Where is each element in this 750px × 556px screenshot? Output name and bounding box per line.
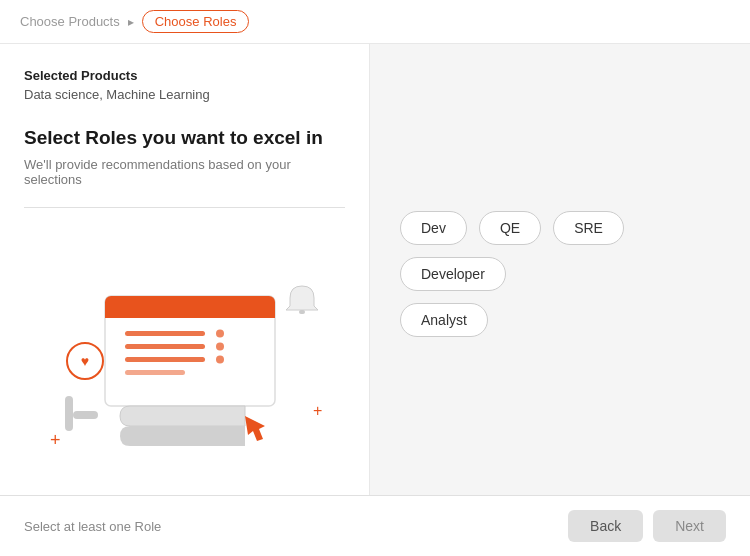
svg-text:+: + (313, 402, 322, 419)
svg-rect-8 (125, 357, 205, 362)
svg-rect-4 (125, 331, 205, 336)
roles-row-1: Dev QE SRE Developer (400, 211, 720, 291)
illustration-svg: ♥ + + (35, 241, 335, 461)
svg-rect-18 (73, 411, 98, 419)
illustration: ♥ + + (24, 228, 345, 475)
roles-area: Dev QE SRE Developer Analyst (370, 44, 750, 495)
svg-rect-10 (125, 370, 185, 375)
role-chip-qe[interactable]: QE (479, 211, 541, 245)
left-panel: Selected Products Data science, Machine … (0, 44, 370, 495)
back-button[interactable]: Back (568, 510, 643, 542)
main-content: Selected Products Data science, Machine … (0, 44, 750, 495)
breadcrumb-step1: Choose Products (20, 14, 120, 29)
role-chip-analyst[interactable]: Analyst (400, 303, 488, 337)
section-title: Select Roles you want to excel in (24, 126, 345, 151)
section-subtitle: We'll provide recommendations based on y… (24, 157, 345, 187)
breadcrumb-step2: Choose Roles (142, 10, 250, 33)
right-panel: Dev QE SRE Developer Analyst (370, 44, 750, 495)
role-chip-developer[interactable]: Developer (400, 257, 506, 291)
selected-products-value: Data science, Machine Learning (24, 87, 345, 102)
breadcrumb-nav: Choose Products ▸ Choose Roles (0, 0, 750, 44)
roles-row-2: Analyst (400, 303, 720, 337)
svg-marker-14 (245, 416, 265, 441)
role-chip-dev[interactable]: Dev (400, 211, 467, 245)
selected-products-label: Selected Products (24, 68, 345, 83)
breadcrumb-arrow-icon: ▸ (128, 15, 134, 29)
svg-rect-2 (105, 307, 275, 318)
footer-hint: Select at least one Role (24, 519, 161, 534)
svg-point-9 (216, 356, 224, 364)
next-button[interactable]: Next (653, 510, 726, 542)
footer-buttons: Back Next (568, 510, 726, 542)
svg-rect-11 (299, 310, 305, 314)
footer: Select at least one Role Back Next (0, 495, 750, 556)
svg-rect-17 (65, 396, 73, 431)
role-chip-sre[interactable]: SRE (553, 211, 624, 245)
svg-point-5 (216, 330, 224, 338)
svg-point-7 (216, 343, 224, 351)
divider (24, 207, 345, 208)
svg-rect-6 (125, 344, 205, 349)
svg-text:♥: ♥ (80, 353, 88, 369)
svg-text:+: + (50, 430, 61, 450)
